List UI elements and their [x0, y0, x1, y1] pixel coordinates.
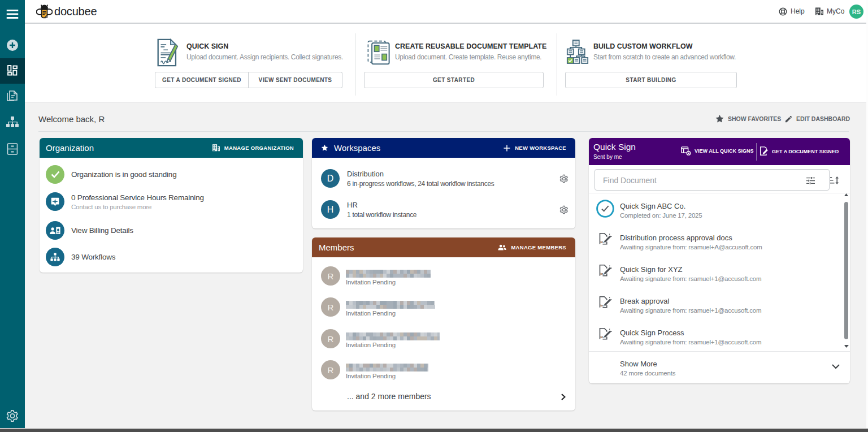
svg-text:in: in [600, 240, 604, 244]
svg-text:in: in [600, 304, 604, 307]
svg-text:in: in [600, 335, 604, 339]
svg-text:in: in [600, 272, 604, 275]
